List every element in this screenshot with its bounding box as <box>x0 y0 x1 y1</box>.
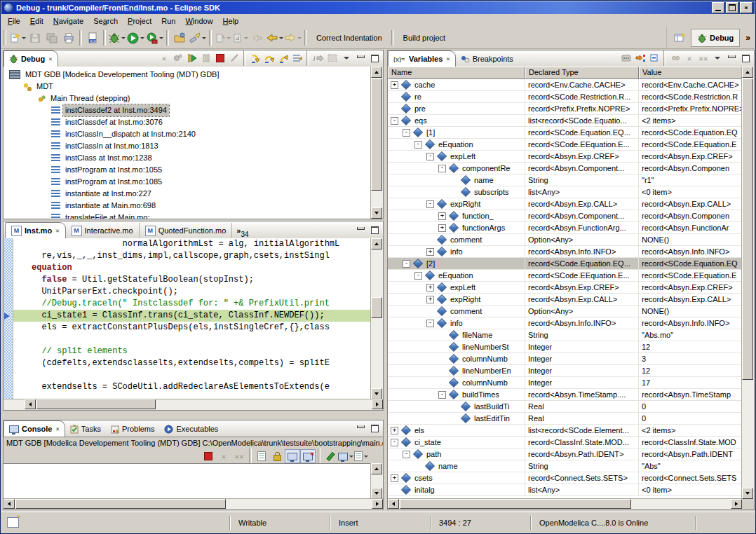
scrollbar-thumb[interactable] <box>742 78 753 380</box>
debug-tree-item[interactable]: instProgram at Inst.mo:1085 <box>4 176 371 188</box>
editor-body[interactable]: normalAlgorithmLst = alg, initialAlgorit… <box>4 238 383 399</box>
variable-row[interactable]: -[2]record<SCode.Equation.EQ...record<SC… <box>388 258 742 270</box>
scroll-left-arrow[interactable] <box>4 499 15 509</box>
use-step-filters-button[interactable]: i <box>311 52 325 64</box>
variable-row[interactable]: initalglist<Any><0 item> <box>388 484 742 496</box>
maximize-debug-view-button[interactable] <box>367 52 382 64</box>
step-into-button[interactable] <box>248 52 262 64</box>
collapse-icon[interactable]: - <box>426 153 434 160</box>
debug-view-menu-icon[interactable] <box>339 52 353 64</box>
scroll-lock-button[interactable] <box>269 449 285 463</box>
new-watch-expression-button[interactable] <box>668 52 682 64</box>
variable-row[interactable]: -eEquationrecord<SCode.EEquation.E...rec… <box>388 139 742 151</box>
fast-view-icon[interactable] <box>7 517 19 528</box>
clear-console-button[interactable] <box>254 449 269 463</box>
maximize-console-button[interactable] <box>367 422 382 434</box>
scrollbar-thumb[interactable] <box>371 297 382 318</box>
build-project-button[interactable]: Build project <box>396 34 453 42</box>
variable-row[interactable]: columnNumbInteger17 <box>388 377 742 389</box>
variable-row[interactable]: columnNumbInteger3 <box>388 353 742 365</box>
open-type-button[interactable] <box>171 30 188 46</box>
console-output[interactable] <box>4 463 371 499</box>
menu-project[interactable]: Project <box>123 15 156 27</box>
code-area[interactable]: normalAlgorithmLst = alg, initialAlgorit… <box>13 238 371 399</box>
collapse-icon[interactable]: - <box>403 260 410 268</box>
open-new-console-button[interactable] <box>353 449 369 463</box>
variable-row[interactable]: +csetsrecord<Connect.Sets.SETS>record<Co… <box>388 472 742 484</box>
minimize-variables-button[interactable] <box>724 52 738 64</box>
collapse-icon[interactable]: - <box>391 117 398 125</box>
scroll-up-arrow[interactable] <box>371 238 382 249</box>
variable-row[interactable]: rerecord<SCode.Restriction.R...record<SC… <box>388 91 742 103</box>
editor-hscrollbar[interactable] <box>4 399 383 410</box>
scroll-down-arrow[interactable] <box>742 488 753 499</box>
debug-view-vscrollbar[interactable] <box>370 67 383 219</box>
debug-tree-item[interactable]: MDT GDB [Modelica Developement Tooling (… <box>4 69 371 81</box>
editor-overflow-chevron[interactable]: »34 <box>236 226 248 238</box>
collapse-icon[interactable]: - <box>391 439 398 446</box>
menu-run[interactable]: Run <box>156 15 180 27</box>
variables-hscrollbar[interactable] <box>388 498 742 509</box>
expand-icon[interactable]: + <box>391 474 398 482</box>
editor-tab-inst-mo[interactable]: M Inst.mo ✕ <box>5 222 66 238</box>
variable-row[interactable]: +cacherecord<Env.Cache.CACHE>record<Env.… <box>388 79 742 91</box>
collapse-icon[interactable]: - <box>414 272 422 280</box>
menu-help[interactable]: Help <box>218 15 244 27</box>
variable-row[interactable]: -buildTimesrecord<Absyn.TimeStamp....rec… <box>388 389 742 401</box>
variable-row[interactable]: commentOption<Any>NONE() <box>388 234 742 246</box>
problems-tab[interactable]: Problems <box>106 421 159 437</box>
terminate-button[interactable] <box>213 52 227 64</box>
save-button[interactable] <box>27 30 43 46</box>
collapse-icon[interactable]: - <box>403 451 410 458</box>
variable-row[interactable]: -expRightrecord<Absyn.Exp.CALL>record<Ab… <box>388 198 742 210</box>
remove-selected-variable-button[interactable]: ✕ <box>682 52 696 64</box>
minimize-console-button[interactable] <box>353 422 367 434</box>
variables-tab[interactable]: (x)= Variables ✕ <box>388 50 456 67</box>
minimize-debug-view-button[interactable] <box>353 52 367 64</box>
remove-all-variables-button[interactable]: ✕✕ <box>696 52 710 64</box>
collapse-icon[interactable]: - <box>426 320 434 327</box>
variables-vscrollbar[interactable] <box>741 67 754 499</box>
scroll-right-arrow[interactable] <box>372 399 383 409</box>
debug-view-tab[interactable]: Debug ✕ <box>4 50 58 67</box>
variable-row[interactable]: +expLeftrecord<Absyn.Exp.CREF>record<Abs… <box>388 282 742 294</box>
executables-tab[interactable]: Executables <box>159 421 223 437</box>
run-launch-button[interactable] <box>126 30 145 46</box>
collapse-icon[interactable]: - <box>438 391 446 399</box>
debug-tree-item[interactable]: translateFile at Main.mo:... <box>4 212 371 219</box>
remove-launch-button[interactable]: ✕ <box>216 449 231 463</box>
scroll-right-arrow[interactable] <box>372 499 383 509</box>
variable-row[interactable]: nameString"r1" <box>388 174 742 186</box>
breakpoints-tab[interactable]: Breakpoints <box>456 51 518 67</box>
variable-row[interactable]: +inforecord<Absyn.Info.INFO>record<Absyn… <box>388 246 742 258</box>
variable-row[interactable]: +functionArgsrecord<Absyn.FunctionArg...… <box>388 222 742 234</box>
variable-row[interactable]: lineNumberStInteger12 <box>388 341 742 353</box>
scroll-left-arrow[interactable] <box>388 499 399 509</box>
view-filter-button[interactable] <box>325 52 339 64</box>
back-button[interactable] <box>266 30 284 46</box>
collapse-icon[interactable]: - <box>426 200 434 208</box>
debug-tree-item[interactable]: instClassdef at Inst.mo:3076 <box>4 116 371 128</box>
last-edit-location-button[interactable] <box>214 30 231 46</box>
minimize-editor-button[interactable] <box>353 224 367 236</box>
debug-launch-button[interactable] <box>108 30 126 46</box>
variable-row[interactable]: +function_record<Absyn.Component...recor… <box>388 210 742 222</box>
editor-tab-quotedfunction-mo[interactable]: M QuotedFunction.mo <box>140 223 233 238</box>
step-over-button[interactable] <box>262 52 276 64</box>
drop-to-frame-button[interactable] <box>290 52 304 64</box>
debug-tree-item[interactable]: instClass at Inst.mo:1238 <box>4 152 371 164</box>
open-perspective-button[interactable] <box>671 30 688 46</box>
debug-tree-item[interactable]: instClassIn at Inst.mo:1813 <box>4 140 371 152</box>
remove-all-terminated-button[interactable]: ✕ <box>157 52 171 64</box>
scrollbar-thumb[interactable] <box>400 499 631 509</box>
close-editor-tab-icon[interactable]: ✕ <box>55 227 59 234</box>
scroll-down-arrow[interactable] <box>371 488 382 499</box>
remove-all-launches-button[interactable]: ✕✕ <box>231 449 247 463</box>
forward-button[interactable] <box>284 30 302 46</box>
variable-row[interactable]: -eqslist<record<SCode.Equatio...<2 items… <box>388 115 742 127</box>
restart-button[interactable] <box>171 52 185 64</box>
expand-icon[interactable]: + <box>426 284 434 292</box>
variable-row[interactable]: +elslist<record<SCode.Element...<2 items… <box>388 425 742 437</box>
close-debug-view-icon[interactable]: ✕ <box>48 55 52 62</box>
terminate-console-button[interactable] <box>201 449 216 463</box>
